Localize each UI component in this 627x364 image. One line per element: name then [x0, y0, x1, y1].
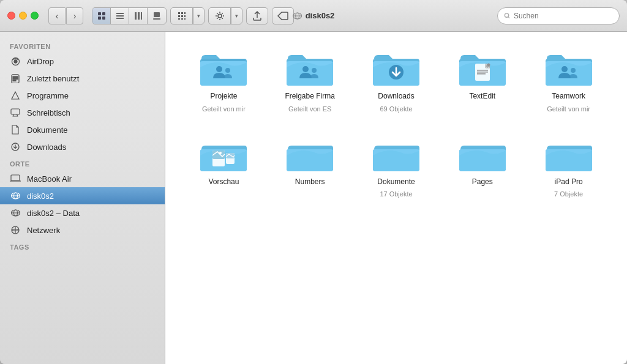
- svg-rect-14: [184, 12, 186, 14]
- folder-icon-numbers: [285, 135, 334, 174]
- traffic-lights: [7, 12, 39, 20]
- action-dropdown[interactable]: ▾: [231, 7, 242, 24]
- svg-rect-32: [11, 109, 20, 114]
- sidebar-item-documents[interactable]: Dokumente: [0, 121, 165, 138]
- sidebar-label-disk0s2data: disk0s2 – Data: [27, 209, 80, 218]
- sidebar-section-tags: Tags: [0, 239, 165, 253]
- svg-point-25: [505, 13, 508, 17]
- folder-icon-vorschau: [199, 135, 248, 174]
- file-item-dokumente[interactable]: Dokumente 17 Objekte: [356, 130, 437, 203]
- svg-point-21: [218, 14, 222, 18]
- svg-rect-5: [116, 15, 124, 17]
- file-item-freigabe[interactable]: Freigabe Firma Geteilt von ES: [270, 44, 350, 117]
- file-area: Projekte Geteilt von mir Freigabe Firma: [165, 32, 627, 364]
- file-label: Teamwork: [552, 92, 585, 102]
- svg-rect-31: [13, 80, 16, 81]
- svg-rect-0: [98, 12, 101, 15]
- tag-button[interactable]: [272, 7, 294, 24]
- svg-rect-15: [178, 15, 180, 17]
- sidebar-label-desktop: Schreibtisch: [27, 108, 70, 117]
- file-item-teamwork[interactable]: Teamwork Geteilt von mir: [528, 44, 609, 117]
- file-grid: Projekte Geteilt von mir Freigabe Firma: [184, 44, 609, 202]
- svg-rect-3: [102, 17, 105, 20]
- file-item-ipad-pro[interactable]: iPad Pro 7 Objekte: [528, 130, 609, 203]
- file-item-numbers[interactable]: Numbers: [270, 130, 350, 203]
- share-button[interactable]: [246, 7, 268, 24]
- grid-view-button[interactable]: [171, 7, 193, 24]
- file-item-vorschau[interactable]: Vorschau: [184, 130, 264, 203]
- column-view-button[interactable]: [129, 7, 148, 24]
- back-button[interactable]: ‹: [48, 7, 66, 24]
- sidebar-item-network[interactable]: Netzwerk: [0, 221, 165, 239]
- folder-icon-dokumente: [372, 135, 421, 174]
- search-box[interactable]: [497, 7, 620, 24]
- sidebar-item-airdrop[interactable]: AirDrop: [0, 53, 165, 70]
- svg-rect-19: [181, 18, 183, 20]
- window-title: disk0s2: [293, 11, 335, 20]
- svg-rect-29: [13, 76, 18, 78]
- action-group: ▾: [208, 7, 242, 24]
- icon-view-button[interactable]: [92, 7, 111, 24]
- svg-rect-54: [477, 72, 488, 73]
- sidebar-label-network: Netzwerk: [27, 226, 60, 235]
- sidebar-item-recents[interactable]: Zuletzt benutzt: [0, 70, 165, 87]
- action-button[interactable]: [209, 7, 231, 24]
- svg-rect-59: [212, 150, 225, 159]
- grid-view-dropdown[interactable]: ▾: [193, 7, 204, 24]
- svg-point-57: [571, 68, 576, 73]
- sidebar-item-downloads[interactable]: Downloads: [0, 138, 165, 155]
- svg-rect-8: [138, 12, 140, 20]
- svg-rect-16: [181, 15, 183, 17]
- minimize-button[interactable]: [19, 12, 27, 20]
- file-item-downloads[interactable]: Downloads 69 Objekte: [356, 44, 437, 117]
- view-mode-group: [92, 7, 167, 24]
- file-item-textedit[interactable]: TextEdit: [442, 44, 522, 117]
- sidebar-label-downloads: Downloads: [27, 143, 66, 152]
- sidebar-item-applications[interactable]: Programme: [0, 87, 165, 104]
- file-item-pages[interactable]: Pages: [442, 130, 522, 203]
- sidebar-item-macbookair[interactable]: MacBook Air: [0, 170, 165, 187]
- svg-rect-13: [181, 12, 183, 14]
- svg-rect-53: [477, 70, 488, 71]
- search-icon: [504, 12, 511, 20]
- sidebar-item-disk0s2data[interactable]: disk0s2 – Data: [0, 204, 165, 221]
- svg-rect-18: [178, 18, 180, 20]
- sidebar-label-disk0s2: disk0s2: [27, 191, 54, 201]
- airdrop-icon: [10, 56, 21, 67]
- sidebar-item-desktop[interactable]: Schreibtisch: [0, 104, 165, 121]
- svg-rect-2: [98, 17, 101, 20]
- folder-icon-textedit: [458, 49, 507, 88]
- svg-rect-55: [477, 73, 486, 75]
- file-label: TextEdit: [469, 92, 495, 102]
- svg-rect-1: [102, 12, 105, 15]
- file-sublabel: Geteilt von mir: [547, 105, 590, 113]
- downloads-icon: [10, 141, 21, 152]
- sidebar-section-places: Orte: [0, 155, 165, 170]
- search-input[interactable]: [514, 12, 613, 20]
- file-sublabel: 69 Objekte: [380, 105, 412, 113]
- svg-rect-6: [116, 18, 124, 19]
- macbook-icon: [10, 173, 21, 184]
- svg-rect-37: [11, 175, 20, 180]
- forward-icon: ›: [73, 11, 77, 21]
- folder-icon-pages: [458, 135, 507, 174]
- cover-view-button[interactable]: [148, 7, 166, 24]
- sidebar-label-recents: Zuletzt benutzt: [27, 74, 79, 83]
- file-label: Pages: [472, 177, 493, 187]
- close-button[interactable]: [7, 12, 15, 20]
- finder-window: ‹ ›: [0, 0, 627, 364]
- file-sublabel: Geteilt von ES: [288, 105, 331, 113]
- sidebar-label-documents: Dokumente: [27, 125, 67, 135]
- file-item-projekte[interactable]: Projekte Geteilt von mir: [184, 44, 264, 117]
- maximize-button[interactable]: [31, 12, 39, 20]
- sidebar-section-favorites: Favoriten: [0, 38, 165, 53]
- forward-button[interactable]: ›: [66, 7, 83, 24]
- main-area: Favoriten AirDrop Zuletzt benutzt: [0, 32, 627, 364]
- back-icon: ‹: [56, 11, 59, 21]
- file-sublabel: Geteilt von mir: [202, 105, 246, 113]
- disk-icon: [10, 190, 21, 201]
- disk-data-icon: [10, 207, 21, 218]
- sidebar-item-disk0s2[interactable]: disk0s2: [0, 187, 165, 204]
- list-view-button[interactable]: [111, 7, 129, 24]
- svg-rect-17: [184, 15, 186, 17]
